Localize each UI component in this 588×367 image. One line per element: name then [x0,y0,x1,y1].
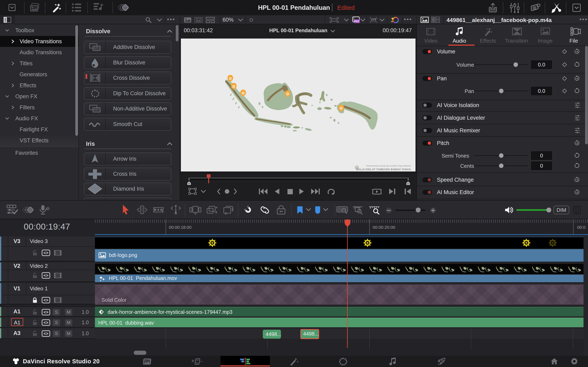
svg-text:B: B [533,6,536,10]
svg-text:<>: <> [43,251,48,256]
svg-text:<>: <> [43,332,48,336]
svg-text:<>: <> [43,320,48,325]
svg-text:BALAI DIKLAT TAMBANG BAWAH TAN: BALAI DIKLAT TAMBANG BAWAH TANAH [356,168,411,171]
svg-text:PXY: PXY [354,20,360,23]
svg-text:<>: <> [43,273,48,278]
svg-text:Kementerian Energi dan Sumber: Kementerian Energi dan Sumber Daya Miner… [366,165,411,167]
svg-text:<>: <> [43,310,48,315]
svg-text:<>: <> [43,298,48,303]
